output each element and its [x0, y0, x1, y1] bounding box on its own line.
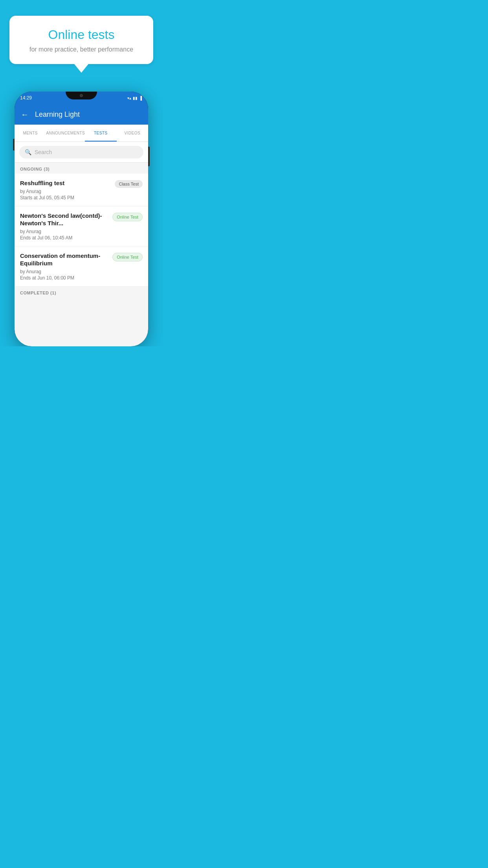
- screen-content: 🔍 Search ONGOING (3) Reshuffling test by…: [15, 142, 148, 346]
- camera-dot: [80, 94, 83, 97]
- notch: [66, 92, 97, 99]
- test-date-3: Ends at Jun 10, 06:00 PM: [20, 275, 108, 281]
- test-name-2: Newton's Second law(contd)-Newton's Thir…: [20, 212, 108, 227]
- tab-announcements[interactable]: ANNOUNCEMENTS: [46, 125, 85, 142]
- signal-icon: ▮▮: [133, 96, 138, 100]
- bubble-subtitle: for more practice, better performance: [19, 46, 144, 53]
- search-input-wrap[interactable]: 🔍 Search: [19, 146, 143, 158]
- test-badge-3: Online Test: [112, 253, 143, 261]
- test-info-1: Reshuffling test by Anurag Starts at Jul…: [20, 179, 111, 200]
- ongoing-header: ONGOING (3): [15, 163, 148, 174]
- test-badge-1: Class Test: [115, 180, 143, 188]
- app-title: Learning Light: [35, 110, 80, 119]
- test-info-2: Newton's Second law(contd)-Newton's Thir…: [20, 212, 108, 241]
- tab-ments[interactable]: MENTS: [15, 125, 46, 142]
- search-icon: 🔍: [25, 149, 31, 155]
- tab-videos[interactable]: VIDEOS: [117, 125, 148, 142]
- search-bar: 🔍 Search: [15, 142, 148, 163]
- test-info-3: Conservation of momentum-Equilibrium by …: [20, 252, 108, 281]
- phone-mockup: 14:29 ▾▴ ▮▮ ▐ ← Learning Light MENTS: [15, 92, 148, 346]
- test-item-1[interactable]: Reshuffling test by Anurag Starts at Jul…: [15, 174, 148, 206]
- app-bar: ← Learning Light: [15, 104, 148, 125]
- test-date-1: Starts at Jul 05, 05:45 PM: [20, 195, 111, 200]
- top-section: Online tests for more practice, better p…: [0, 0, 163, 76]
- test-date-2: Ends at Jul 06, 10:45 AM: [20, 235, 108, 241]
- wifi-icon: ▾▴: [127, 96, 131, 100]
- tab-tests[interactable]: TESTS: [85, 125, 116, 142]
- completed-header: COMPLETED (1): [15, 287, 148, 298]
- test-item-2[interactable]: Newton's Second law(contd)-Newton's Thir…: [15, 206, 148, 246]
- status-bar: 14:29 ▾▴ ▮▮ ▐: [15, 92, 148, 104]
- status-icons: ▾▴ ▮▮ ▐: [127, 96, 142, 100]
- speech-bubble: Online tests for more practice, better p…: [9, 16, 153, 64]
- tab-bar: MENTS ANNOUNCEMENTS TESTS VIDEOS: [15, 125, 148, 142]
- bubble-title: Online tests: [19, 28, 144, 42]
- test-name-1: Reshuffling test: [20, 179, 111, 187]
- side-button-right: [148, 147, 150, 166]
- test-by-3: by Anurag: [20, 269, 108, 274]
- test-by-2: by Anurag: [20, 229, 108, 234]
- back-button[interactable]: ←: [21, 110, 29, 119]
- phone-outer: 14:29 ▾▴ ▮▮ ▐ ← Learning Light MENTS: [15, 92, 148, 346]
- test-badge-2: Online Test: [112, 213, 143, 221]
- phone-wrapper: 14:29 ▾▴ ▮▮ ▐ ← Learning Light MENTS: [0, 92, 163, 346]
- battery-icon: ▐: [139, 96, 142, 100]
- test-item-3[interactable]: Conservation of momentum-Equilibrium by …: [15, 246, 148, 287]
- search-placeholder: Search: [35, 149, 52, 155]
- status-time: 14:29: [20, 95, 32, 101]
- test-name-3: Conservation of momentum-Equilibrium: [20, 252, 108, 267]
- test-by-1: by Anurag: [20, 189, 111, 194]
